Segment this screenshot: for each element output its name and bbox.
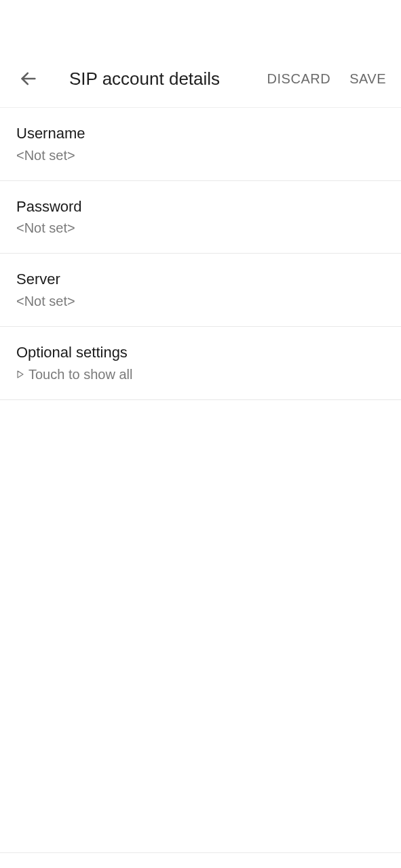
app-bar: SIP account details DISCARD SAVE — [0, 50, 401, 108]
password-setting[interactable]: Password <Not set> — [0, 181, 401, 254]
triangle-right-icon — [16, 370, 24, 378]
username-setting[interactable]: Username <Not set> — [0, 108, 401, 181]
username-label: Username — [16, 123, 385, 144]
discard-button[interactable]: DISCARD — [265, 66, 334, 92]
optional-hint: Touch to show all — [16, 366, 385, 383]
bottom-divider — [0, 852, 401, 853]
server-setting[interactable]: Server <Not set> — [0, 254, 401, 327]
password-value: <Not set> — [16, 219, 385, 237]
status-bar — [0, 0, 401, 50]
server-label: Server — [16, 269, 385, 290]
arrow-back-icon — [19, 69, 38, 88]
settings-list: Username <Not set> Password <Not set> Se… — [0, 108, 401, 400]
optional-settings[interactable]: Optional settings Touch to show all — [0, 327, 401, 400]
back-button[interactable] — [15, 65, 42, 92]
page-title: SIP account details — [69, 68, 265, 90]
server-value: <Not set> — [16, 292, 385, 310]
optional-hint-text: Touch to show all — [28, 366, 132, 383]
password-label: Password — [16, 197, 385, 217]
username-value: <Not set> — [16, 146, 385, 164]
save-button[interactable]: SAVE — [347, 66, 389, 92]
svg-marker-1 — [18, 371, 23, 378]
optional-label: Optional settings — [16, 342, 385, 363]
